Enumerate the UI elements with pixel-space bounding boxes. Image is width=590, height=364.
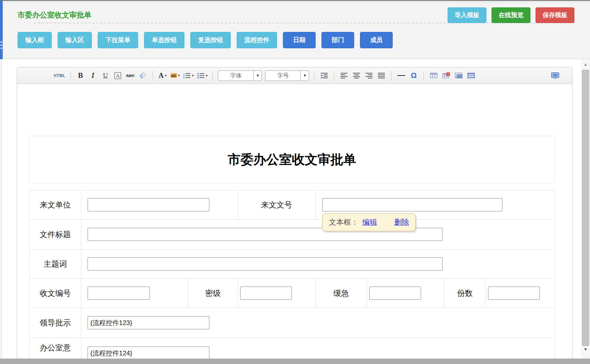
leader-instructions-input[interactable] [88, 316, 209, 329]
table-row: 来文单位 来文文号 [30, 190, 555, 220]
urgency-input[interactable] [369, 287, 421, 300]
insert-input-box-button[interactable]: 输入框 [18, 32, 52, 48]
insert-radio-button[interactable]: 单选按钮 [144, 32, 184, 48]
insert-dropdown-button[interactable]: 下拉菜单 [98, 32, 138, 48]
special-char-button[interactable]: Ω [409, 70, 418, 81]
table-row: 领导批示 [30, 308, 555, 338]
field-label: 领导批示 [30, 308, 81, 338]
cell-properties-icon [467, 72, 475, 79]
table-row: 文件标题 [30, 220, 555, 250]
table-properties-button[interactable] [454, 70, 463, 81]
table-icon [430, 72, 437, 79]
highlight-icon: ab [170, 73, 177, 78]
widget-button-row: 输入框 输入区 下拉菜单 单选按钮 复选按钮 流程控件 日期 部门 成员 [18, 23, 574, 48]
toolbar-separator [153, 71, 153, 81]
page-title: 市委办公室收文审批单 [18, 10, 91, 20]
insert-date-button[interactable]: 日期 [283, 32, 316, 48]
field-label: 来文文号 [238, 190, 316, 220]
copies-input[interactable] [488, 287, 540, 300]
toolbar-separator [212, 71, 213, 81]
form-template: 市委办公室收文审批单 来文单位 来文文号 文件标题 主题词 [29, 136, 555, 364]
insert-table-button[interactable] [429, 70, 438, 81]
ordered-list-icon: 1 2 3 [183, 72, 191, 79]
left-border-line [1, 59, 2, 359]
scroll-down-arrow-icon[interactable]: ▼ [581, 347, 590, 352]
indent-icon [320, 72, 328, 79]
align-left-button[interactable] [339, 70, 349, 81]
security-level-input[interactable] [240, 287, 292, 300]
table-properties-icon [455, 72, 462, 79]
insert-department-button[interactable]: 部门 [321, 32, 354, 48]
eraser-icon [139, 72, 146, 79]
import-template-button[interactable]: 导入模板 [448, 7, 486, 23]
delete-table-button[interactable]: × [441, 70, 451, 81]
font-family-label: 字体 [218, 72, 253, 79]
chevron-down-icon: ▾ [192, 74, 194, 77]
incoming-unit-input[interactable] [88, 198, 209, 211]
incoming-doc-number-input[interactable] [322, 198, 502, 211]
cell-properties-button[interactable] [466, 70, 476, 81]
monitor-icon [551, 72, 559, 79]
remove-format-button[interactable] [138, 70, 148, 81]
toolbar-separator [423, 71, 424, 81]
header-actions: 导入模板 在线预览 保存模板 [448, 7, 574, 23]
ordered-list-button[interactable]: 1 2 3 ▾ [183, 70, 194, 81]
scroll-up-arrow-icon[interactable]: ▲ [581, 62, 590, 67]
italic-button[interactable]: I [88, 70, 98, 81]
font-size-label: 字号 [265, 72, 300, 79]
toolbar-separator [70, 71, 71, 81]
editor-toolbar: HTML B I U A ABC A▾ ab▾ 1 2 3 ▾ [17, 67, 572, 84]
table-row: 收文编号 密级 缓急 份数 [30, 279, 555, 308]
field-label: 主题词 [30, 250, 81, 279]
form-table: 来文单位 来文文号 文件标题 主题词 收文编号 密级 [29, 190, 555, 364]
table-delete-icon: × [442, 72, 450, 79]
svg-text:×: × [447, 72, 449, 76]
align-justify-icon [378, 72, 385, 79]
app-header: 市委办公室收文审批单 导入模板 在线预览 保存模板 输入框 输入区 下拉菜单 单… [0, 2, 590, 59]
editor-canvas[interactable]: 市委办公室收文审批单 来文单位 来文文号 文件标题 主题词 [17, 84, 572, 364]
svg-text:3: 3 [183, 77, 184, 79]
delete-field-link[interactable]: 删除 [394, 217, 409, 227]
highlight-color-button[interactable]: ab▾ [170, 70, 180, 81]
insert-flow-control-button[interactable]: 流程控件 [237, 32, 277, 48]
fullscreen-button[interactable] [550, 70, 560, 81]
save-template-button[interactable]: 保存模板 [536, 7, 574, 23]
receipt-number-input[interactable] [88, 287, 150, 300]
font-color-button[interactable]: A▾ [158, 70, 167, 81]
align-center-icon [353, 72, 360, 79]
strikethrough-button[interactable]: ABC [126, 70, 135, 81]
indent-button[interactable] [320, 70, 329, 81]
horizontal-scrollbar[interactable] [0, 359, 590, 364]
office-opinion-input[interactable] [88, 346, 209, 360]
align-right-button[interactable] [364, 70, 374, 81]
inline-style-button[interactable]: A [113, 70, 123, 81]
unordered-list-button[interactable]: ▾ [197, 70, 208, 81]
insert-input-area-button[interactable]: 输入区 [58, 32, 92, 48]
subject-words-input[interactable] [88, 257, 442, 271]
online-preview-button[interactable]: 在线预览 [492, 7, 530, 23]
chevron-down-icon: ▾ [206, 74, 208, 77]
horizontal-rule-button[interactable] [397, 70, 406, 81]
field-label: 份数 [444, 279, 486, 308]
table-row: 主题词 [30, 250, 555, 279]
html-source-button[interactable]: HTML [54, 70, 65, 81]
font-family-select[interactable]: 字体 ▼ [218, 70, 262, 81]
chevron-down-icon: ▾ [165, 74, 167, 77]
align-center-button[interactable] [352, 70, 361, 81]
chevron-down-icon: ▼ [300, 71, 309, 81]
font-size-select[interactable]: 字号 ▼ [265, 70, 309, 81]
insert-checkbox-button[interactable]: 复选按钮 [190, 32, 231, 48]
boxed-a-icon: A [114, 72, 121, 79]
field-context-tooltip: 文本框： 编辑 删除 [322, 213, 416, 231]
vertical-scrollbar[interactable]: ▲ ▼ [581, 59, 590, 359]
chevron-down-icon: ▾ [178, 74, 180, 77]
underline-button[interactable]: U [101, 70, 110, 81]
align-justify-button[interactable] [377, 70, 386, 81]
edit-field-link[interactable]: 编辑 [362, 217, 377, 227]
header-title-row: 市委办公室收文审批单 导入模板 在线预览 保存模板 [18, 2, 574, 21]
bold-button[interactable]: B [76, 70, 85, 81]
background-window-strip [0, 1, 3, 59]
insert-member-button[interactable]: 成员 [360, 32, 393, 48]
unordered-list-icon [197, 72, 205, 79]
vertical-scrollbar-thumb[interactable] [582, 70, 589, 346]
